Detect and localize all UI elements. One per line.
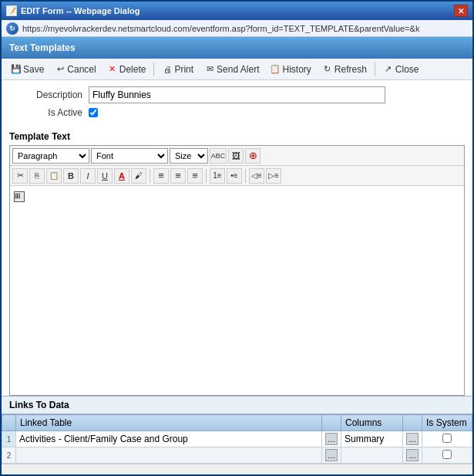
row-num-header <box>2 415 16 431</box>
description-input[interactable] <box>89 86 385 103</box>
close-toolbar-icon: ↗ <box>383 64 394 75</box>
is-system-header: Is System <box>422 415 472 431</box>
delete-button[interactable]: ✕ Delete <box>103 61 151 78</box>
editor-container: Paragraph Heading 1 Heading 2 Heading 3 … <box>9 145 465 396</box>
editor-content[interactable]: ⊞ <box>10 186 464 395</box>
row-1-ellipsis-btn[interactable]: … <box>325 433 338 445</box>
editor-sep-2 <box>206 169 207 183</box>
row-2-ellipsis-btn[interactable]: … <box>325 449 338 461</box>
template-text-label: Template Text <box>2 128 472 145</box>
row-1-ellipsis[interactable]: … <box>322 431 341 447</box>
delete-icon: ✕ <box>107 64 118 75</box>
highlight-button[interactable]: 🖌 <box>131 168 146 184</box>
refresh-icon: ↻ <box>322 64 333 75</box>
is-active-row: Is Active <box>13 107 461 118</box>
row-2-col-ellipsis[interactable]: … <box>403 447 422 464</box>
toolbar-sep-1 <box>153 62 154 76</box>
save-button[interactable]: 💾 Save <box>6 61 49 78</box>
row-1-is-system <box>422 431 472 447</box>
is-active-label: Is Active <box>13 107 82 118</box>
indent-button[interactable]: ▷≡ <box>266 168 281 184</box>
ordered-list-button[interactable]: 1≡ <box>210 168 225 184</box>
save-icon: 💾 <box>11 64 22 75</box>
row-1-col-ellipsis-btn[interactable]: … <box>406 433 419 445</box>
unordered-list-button[interactable]: •≡ <box>227 168 242 184</box>
row-1-columns: Summary <box>341 431 403 447</box>
align-center-button[interactable]: ≡ <box>170 168 186 184</box>
close-button[interactable]: ↗ Close <box>378 61 424 78</box>
links-section: Links To Data Linked Table Columns Is Sy… <box>2 396 472 464</box>
paragraph-select[interactable]: Paragraph Heading 1 Heading 2 Heading 3 <box>12 148 89 164</box>
italic-button[interactable]: I <box>80 168 96 184</box>
editor-toolbar-1: Paragraph Heading 1 Heading 2 Heading 3 … <box>10 146 464 166</box>
is-active-checkbox[interactable] <box>89 108 98 117</box>
editor-toolbar-2: ✂ ⎘ 📋 B I U A 🖌 ≡ ≡ ≡ 1≡ •≡ ◁≡ ▷≡ <box>10 166 464 186</box>
main-window: 📝 EDIT Form -- Webpage Dialog ✕ ↻ https:… <box>0 0 474 476</box>
paste-button[interactable]: 📋 <box>46 168 62 184</box>
row-1-col-ellipsis[interactable]: … <box>403 431 422 447</box>
editor-sep-3 <box>245 169 246 183</box>
size-select[interactable]: Size 8 10 12 14 16 <box>170 148 208 164</box>
bottom-scrollbar[interactable] <box>2 464 472 474</box>
description-row: Description <box>13 86 461 103</box>
table-row: 2 … … <box>2 447 472 464</box>
row-1-is-system-checkbox[interactable] <box>442 434 452 443</box>
special-char-button[interactable]: ⊕ <box>245 148 261 164</box>
align-right-button[interactable]: ≡ <box>187 168 203 184</box>
print-icon: 🖨 <box>162 64 173 75</box>
linked-table-header: Linked Table <box>16 415 322 431</box>
window-close-button[interactable]: ✕ <box>454 5 468 17</box>
toolbar-sep-2 <box>375 62 375 76</box>
window-title: EDIT Form -- Webpage Dialog <box>21 6 140 15</box>
image-insert-button[interactable]: 🖼 <box>228 148 244 164</box>
cancel-icon: ↩ <box>55 64 66 75</box>
row-2-linked-table <box>16 447 322 464</box>
send-alert-button[interactable]: ✉ Send Alert <box>200 61 264 78</box>
links-header: Links To Data <box>2 397 472 414</box>
address-bar: ↻ https://myevolvrackerdev.netsmartcloud… <box>2 20 472 37</box>
browser-icon: ↻ <box>6 22 18 35</box>
col-ellipsis-header <box>322 415 341 431</box>
row-2-num: 2 <box>2 447 16 464</box>
description-label: Description <box>13 89 82 100</box>
columns-header: Columns <box>341 415 403 431</box>
font-color-button[interactable]: A <box>114 168 129 184</box>
row-1-linked-table: Activities - Client/Family Case and Grou… <box>16 431 322 447</box>
spell-check-button[interactable]: ABC <box>210 148 227 164</box>
refresh-button[interactable]: ↻ Refresh <box>318 61 371 78</box>
cut-button[interactable]: ✂ <box>12 168 28 184</box>
send-alert-icon: ✉ <box>204 64 215 75</box>
window-icon: 📝 <box>6 5 17 16</box>
print-button[interactable]: 🖨 Print <box>157 61 198 78</box>
underline-button[interactable]: U <box>97 168 113 184</box>
cancel-button[interactable]: ↩ Cancel <box>50 61 100 78</box>
form-area: Description Is Active <box>2 80 472 128</box>
row-2-columns <box>341 447 403 464</box>
row-2-ellipsis[interactable]: … <box>322 447 341 464</box>
outdent-button[interactable]: ◁≡ <box>249 168 264 184</box>
history-button[interactable]: 📋 History <box>265 61 315 78</box>
copy-button[interactable]: ⎘ <box>29 168 45 184</box>
section-header: Text Templates <box>2 37 472 59</box>
editor-sep-1 <box>150 169 150 183</box>
row-2-is-system <box>422 447 472 464</box>
address-url: https://myevolvrackerdev.netsmartcloud.c… <box>22 24 419 33</box>
editor-cursor: ⊞ <box>14 191 25 202</box>
title-bar: 📝 EDIT Form -- Webpage Dialog ✕ <box>2 2 472 20</box>
bold-button[interactable]: B <box>63 168 79 184</box>
row-2-is-system-checkbox[interactable] <box>442 450 452 459</box>
section-title: Text Templates <box>9 42 76 53</box>
align-left-button[interactable]: ≡ <box>153 168 169 184</box>
table-header-row: Linked Table Columns Is System <box>2 415 472 431</box>
row-2-col-ellipsis-btn[interactable]: … <box>406 449 419 461</box>
col-ellipsis2-header <box>403 415 422 431</box>
links-table-container: Linked Table Columns Is System 1 Activit… <box>2 414 472 464</box>
row-1-num: 1 <box>2 431 16 447</box>
links-table: Linked Table Columns Is System 1 Activit… <box>2 414 472 464</box>
font-select[interactable]: Font <box>91 148 168 164</box>
title-bar-left: 📝 EDIT Form -- Webpage Dialog <box>6 5 140 16</box>
history-icon: 📋 <box>270 64 281 75</box>
main-toolbar: 💾 Save ↩ Cancel ✕ Delete 🖨 Print ✉ Send … <box>2 59 472 80</box>
table-row: 1 Activities - Client/Family Case and Gr… <box>2 431 472 447</box>
